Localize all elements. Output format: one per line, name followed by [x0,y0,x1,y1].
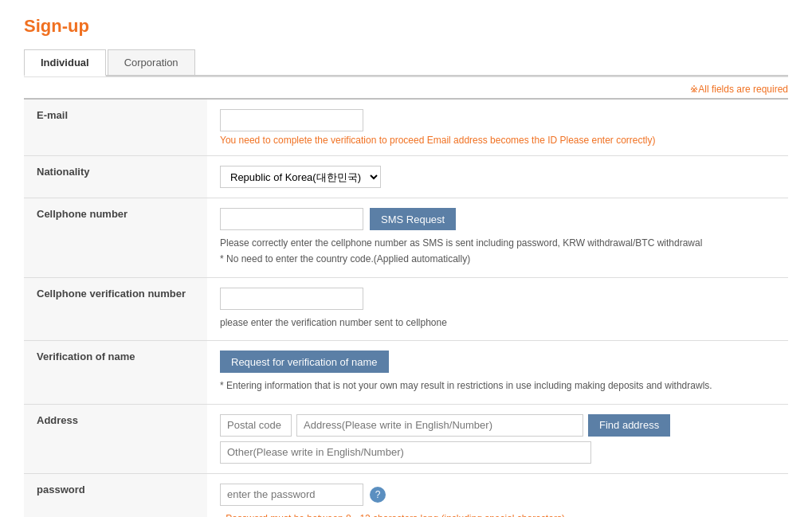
email-hint: You need to complete the verification to… [220,135,775,146]
postal-code-input[interactable] [220,414,292,437]
cellphone-label: Cellphone number [24,198,207,278]
address-other-input[interactable] [220,441,591,464]
cellphone-verification-field-cell: please enter the verification number sen… [207,277,788,340]
password-help-icon[interactable]: ? [370,487,386,503]
sms-request-button[interactable]: SMS Request [370,208,456,230]
find-address-button[interactable]: Find address [588,414,670,437]
tab-corporation[interactable]: Corporation [108,49,195,75]
cellphone-hint2: * No need to enter the country code.(App… [220,251,775,267]
cellphone-field-cell: SMS Request Please correctly enter the c… [207,198,788,278]
cellphone-verification-input[interactable] [220,288,363,310]
address-input[interactable] [296,414,583,437]
address-row: Address Find address [24,404,788,473]
page-title: Sign-up [24,16,788,37]
cellphone-input[interactable] [220,208,363,230]
email-field-cell: You need to complete the verification to… [207,99,788,156]
password-row: password ? - Password must be between 8 … [24,473,788,517]
cellphone-hint1: Please correctly enter the cellphone num… [220,235,775,251]
verification-name-label: Verification of name [24,341,207,404]
password-input[interactable] [220,484,363,506]
email-label: E-mail [24,99,207,156]
tab-individual[interactable]: Individual [24,49,106,76]
cellphone-verification-hint: please enter the verification number sen… [220,315,775,331]
password-field-cell: ? - Password must be between 8 - 12 char… [207,473,788,517]
password-hint1: - Password must be between 8 - 12 charac… [220,511,775,517]
verification-name-hint: * Entering information that is not your … [220,378,775,394]
email-row: E-mail You need to complete the verifica… [24,99,788,156]
tabs-container: Individual Corporation [24,49,788,76]
verification-name-field-cell: Request for verification of name * Enter… [207,341,788,404]
cellphone-row: Cellphone number SMS Request Please corr… [24,198,788,278]
address-label: Address [24,404,207,473]
verification-name-button[interactable]: Request for verification of name [220,351,389,373]
email-input[interactable] [220,109,363,131]
verification-name-row: Verification of name Request for verific… [24,341,788,404]
nationality-row: Nationality Republic of Korea(대한민국) [24,156,788,198]
cellphone-verification-label: Cellphone verification number [24,277,207,340]
nationality-field-cell: Republic of Korea(대한민국) [207,156,788,198]
signup-form: E-mail You need to complete the verifica… [24,98,788,517]
address-field-cell: Find address [207,404,788,473]
nationality-select[interactable]: Republic of Korea(대한민국) [220,166,381,188]
cellphone-verification-row: Cellphone verification number please ent… [24,277,788,340]
required-note: ※All fields are required [24,76,788,98]
password-label: password [24,473,207,517]
nationality-label: Nationality [24,156,207,198]
